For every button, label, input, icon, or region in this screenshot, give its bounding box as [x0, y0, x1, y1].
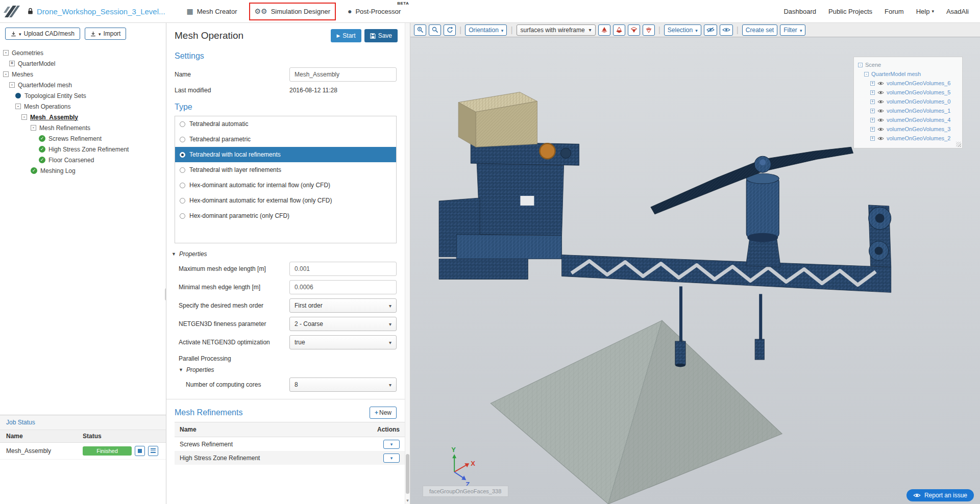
expander-icon[interactable]	[9, 61, 15, 66]
tree-item-mesh-assembly[interactable]: Mesh_Assembly	[0, 112, 166, 122]
tab-simulation-designer[interactable]: ⚙⚙ Simulation Designer	[254, 6, 331, 17]
nested-properties-header[interactable]: Properties	[174, 364, 405, 375]
clip-plane-button-2[interactable]	[613, 24, 625, 36]
nav-dashboard[interactable]: Dashboard	[783, 8, 816, 15]
cores-select[interactable]: 8	[289, 377, 397, 392]
row-actions-dropdown[interactable]	[383, 440, 400, 449]
nav-help-menu[interactable]: Help	[916, 8, 934, 15]
clip-plane-button-1[interactable]	[598, 24, 610, 36]
eye-icon[interactable]	[877, 90, 884, 95]
scene-volume-item[interactable]: volumeOnGeoVolumes_4	[858, 115, 960, 124]
table-row[interactable]: Screws Refinement	[175, 437, 405, 451]
show-all-button[interactable]	[720, 24, 733, 36]
nav-public-projects[interactable]: Public Projects	[828, 8, 872, 15]
fineness-select[interactable]: 2 - Coarse	[289, 317, 397, 331]
scene-volume-item[interactable]: volumeOnGeoVolumes_2	[858, 134, 960, 143]
expander-icon[interactable]	[870, 127, 875, 132]
new-refinement-button[interactable]: New	[370, 407, 397, 419]
tree-item-screws-refinement[interactable]: Screws Refinement	[0, 133, 166, 144]
scrollbar-thumb[interactable]	[406, 454, 409, 494]
orientation-dropdown[interactable]: Orientation	[465, 24, 507, 36]
scene-mesh-item[interactable]: QuarterModel mesh	[858, 69, 960, 79]
expander-icon[interactable]	[870, 136, 875, 141]
expander-icon[interactable]	[864, 72, 869, 77]
type-option-hex-external[interactable]: Hex-dominant automatic for external flow…	[175, 193, 396, 208]
tree-item-floor-coarsened[interactable]: Floor Coarsened	[0, 155, 166, 165]
tree-item-high-stress-zone-refinement[interactable]: High Stress Zone Refinement	[0, 144, 166, 155]
expander-icon[interactable]	[15, 104, 21, 109]
clip-plane-button-3[interactable]	[628, 24, 640, 36]
filter-dropdown[interactable]: Filter	[780, 24, 805, 36]
job-details-button[interactable]	[148, 446, 158, 456]
name-input[interactable]	[289, 67, 397, 82]
type-option-hex-parametric[interactable]: Hex-dominant parametric (only CFD)	[175, 208, 396, 223]
eye-icon[interactable]	[877, 109, 884, 113]
eye-icon[interactable]	[877, 99, 884, 104]
overlay-resize-handle[interactable]	[956, 142, 961, 147]
radio-icon[interactable]	[180, 213, 185, 219]
app-logo-icon[interactable]	[0, 0, 24, 22]
tab-mesh-creator[interactable]: ▦ Mesh Creator	[186, 6, 238, 17]
panel-scrollbar[interactable]	[405, 23, 410, 504]
expander-icon[interactable]	[870, 99, 875, 104]
job-stop-button[interactable]	[135, 446, 145, 456]
clip-plane-button-4[interactable]	[643, 24, 655, 36]
type-option-tet-local-refinements[interactable]: Tetrahedral with local refinements	[175, 147, 396, 162]
scene-volume-item[interactable]: volumeOnGeoVolumes_5	[858, 88, 960, 97]
selection-dropdown[interactable]: Selection	[664, 24, 701, 36]
type-option-tet-parametric[interactable]: Tetrahedral parametric	[175, 132, 396, 147]
start-button[interactable]: Start	[331, 29, 361, 42]
tree-item-quartermodel[interactable]: QuarterModel	[0, 58, 166, 69]
radio-icon[interactable]	[180, 137, 185, 142]
zoom-in-button[interactable]	[414, 24, 426, 36]
nav-user-menu[interactable]: AsadAli	[946, 8, 969, 15]
tree-item-topological-entity-sets[interactable]: Topological Entity Sets	[0, 90, 166, 101]
scene-root-item[interactable]: Scene	[858, 60, 960, 69]
expander-icon[interactable]	[3, 50, 9, 56]
save-button[interactable]: Save	[364, 29, 398, 42]
render-canvas[interactable]: Y X Z Scene QuarterModel mesh volumeOnGe…	[410, 37, 980, 504]
radio-icon-selected[interactable]	[180, 152, 185, 158]
scene-volume-item[interactable]: volumeOnGeoVolumes_0	[858, 97, 960, 106]
create-set-button[interactable]: Create set	[742, 24, 777, 36]
report-issue-button[interactable]: Report an issue	[906, 489, 974, 501]
mesh-order-select[interactable]: First order	[289, 298, 397, 313]
table-row[interactable]: High Stress Zone Refinement	[175, 451, 405, 465]
tree-item-mesh-refinements[interactable]: Mesh Refinements	[0, 122, 166, 133]
min-edge-length-input[interactable]	[289, 280, 397, 294]
scene-volume-item[interactable]: volumeOnGeoVolumes_1	[858, 106, 960, 115]
eye-icon[interactable]	[877, 136, 884, 141]
tree-item-geometries[interactable]: Geometries	[0, 47, 166, 58]
import-button[interactable]: Import	[85, 28, 127, 40]
type-option-tet-automatic[interactable]: Tetrahedral automatic	[175, 116, 396, 132]
type-option-tet-layer-refinements[interactable]: Tetrahedral with layer refinements	[175, 162, 396, 178]
properties-header[interactable]: Properties	[166, 248, 405, 260]
expander-icon[interactable]	[858, 63, 863, 67]
max-edge-length-input[interactable]	[289, 262, 397, 276]
eye-icon[interactable]	[877, 81, 884, 86]
expander-icon[interactable]	[870, 81, 875, 86]
radio-icon[interactable]	[180, 198, 185, 204]
scene-volume-item[interactable]: volumeOnGeoVolumes_6	[858, 79, 960, 88]
expander-icon[interactable]	[870, 118, 875, 122]
upload-cad-button[interactable]: Upload CAD/mesh	[5, 28, 80, 40]
render-mode-select[interactable]: surfaces with wireframe	[517, 24, 596, 36]
floor-plate[interactable]	[491, 320, 782, 504]
project-name[interactable]: Drone_Workshop_Session_3_Level...	[37, 7, 165, 16]
radio-icon[interactable]	[180, 167, 185, 173]
eye-icon[interactable]	[877, 118, 884, 122]
tree-item-mesh-operations[interactable]: Mesh Operations	[0, 101, 166, 112]
expander-icon[interactable]	[870, 90, 875, 95]
scrollbar-down-arrow[interactable]	[405, 498, 410, 503]
expander-icon[interactable]	[9, 82, 15, 88]
zoom-fit-button[interactable]	[429, 24, 441, 36]
optimization-select[interactable]: true	[289, 335, 397, 349]
row-actions-dropdown[interactable]	[383, 453, 400, 463]
tab-post-processor[interactable]: ● Post-Processor BETA	[347, 6, 402, 17]
nav-forum[interactable]: Forum	[885, 8, 904, 15]
radio-icon[interactable]	[180, 183, 185, 188]
splitter-grip[interactable]	[165, 288, 166, 300]
eye-icon[interactable]	[877, 127, 884, 132]
tree-item-quartermodel-mesh[interactable]: QuarterModel mesh	[0, 80, 166, 90]
expander-icon[interactable]	[3, 71, 9, 77]
